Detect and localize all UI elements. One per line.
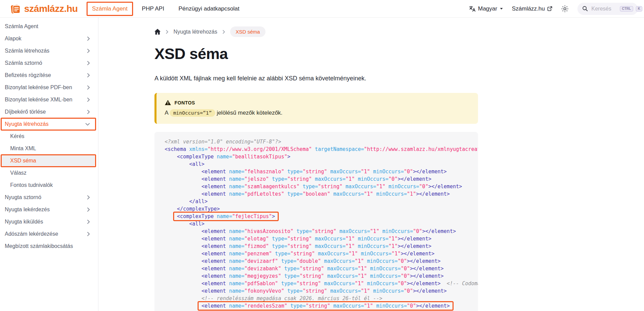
home-icon[interactable] [154, 29, 161, 35]
sidebar-item-szamla-agent[interactable]: Számla Agent [0, 20, 98, 33]
k-key-badge: K [636, 6, 642, 12]
code-block: <?xml version="1.0" encoding="UTF-8"?><s… [154, 132, 478, 311]
sidebar-item-label: Kérés [10, 133, 24, 139]
code-line: <element name="devizabank" type="string"… [165, 265, 478, 272]
code-line: <element name="elotag" type="string" max… [165, 235, 478, 242]
code-line: <element name="pdfLetoltes" type="boolea… [165, 190, 478, 198]
sidebar-item-nyugta-kikuldes[interactable]: Nyugta kiküldés [0, 216, 98, 228]
chevron-right-icon [87, 219, 90, 224]
site-link-label: Számlázz.hu [512, 5, 545, 12]
sidebar-item-nyugta-letrehozas[interactable]: Nyugta létrehozás [0, 118, 98, 130]
top-header: számlázz.hu Számla AgentPHP APIPénzügyi … [0, 0, 644, 18]
sidebar: Számla AgentAlapokSzámla létrehozásSzáml… [0, 18, 98, 311]
code-line: <complexType name="beallitasokTipus"> [165, 153, 478, 160]
search-icon [582, 6, 588, 12]
code-line: <all> [165, 160, 478, 168]
sun-icon [561, 5, 569, 13]
main-content: Nyugta létrehozás XSD séma XSD séma A kü… [98, 18, 644, 311]
sidebar-item-fontos-tudnivalok[interactable]: Fontos tudnivalók [0, 179, 98, 191]
chevron-right-icon [87, 207, 90, 212]
code-line: </complexType> [165, 205, 478, 213]
code-line: <element name="rendelesSzam" type="strin… [165, 302, 478, 310]
callout-suffix: jelölésű mezők kötelezők. [217, 110, 282, 116]
code-line: <element name="felhasznalo" type="string… [165, 168, 478, 175]
theme-toggle[interactable] [561, 5, 569, 13]
sidebar-item-label: Minta XML [10, 145, 36, 152]
chevron-right-icon [87, 61, 90, 65]
code-line: <element name="fizmod" type="string" max… [165, 242, 478, 250]
sidebar-nav: Számla AgentAlapokSzámla létrehozásSzáml… [0, 20, 98, 252]
sidebar-item-label: Nyugta kiküldés [5, 219, 43, 225]
sidebar-item-xsd-sema[interactable]: XSD séma [1, 155, 95, 167]
breadcrumb-separator-icon [166, 30, 168, 34]
sidebar-item-label: Befizetés rögzítése [5, 72, 51, 78]
warning-icon [165, 100, 171, 105]
sidebar-item-szamla-sztorno[interactable]: Számla sztornó [0, 57, 98, 69]
sidebar-item-label: XSD séma [10, 158, 36, 164]
sidebar-item-label: Nyugta lekérdezés [5, 207, 50, 213]
code-line: <element name="devizaarf" type="double" … [165, 257, 478, 265]
code-line: </all> [165, 310, 478, 311]
sidebar-item-megbizott-szamlakibocsatas[interactable]: Megbízott számlakibocsátás [0, 240, 98, 252]
sidebar-item-label: Alapok [5, 36, 21, 42]
sidebar-item-dijbekero-torlese[interactable]: Díjbekérő törlése [0, 106, 98, 118]
chevron-right-icon [87, 232, 90, 236]
search-input[interactable] [591, 5, 617, 12]
sidebar-item-label: Számla Agent [5, 23, 38, 30]
sidebar-item-nyugta-sztorno[interactable]: Nyugta sztornó [0, 191, 98, 203]
sidebar-item-label: Díjbekérő törlése [5, 109, 46, 115]
code-line: <?xml version="1.0" encoding="UTF-8"?> [165, 138, 478, 145]
sidebar-item-label: Adószám lekérdezése [5, 231, 58, 237]
sidebar-item-label: Fontos tudnivalók [10, 182, 53, 188]
warning-callout: FONTOS A minOccurs=”1” jelölésű mezők kö… [154, 93, 478, 124]
external-link-icon [547, 6, 552, 11]
sidebar-item-label: Válasz [10, 170, 26, 176]
code-line: <schema xmlns="http://www.w3.org/2001/XM… [165, 145, 478, 153]
sidebar-item-adoszam-lekerdezese[interactable]: Adószám lekérdezése [0, 228, 98, 240]
nav-item-szamla-agent[interactable]: Számla Agent [87, 2, 133, 16]
code-line: <element name="szamlaagentkulcs" type="s… [165, 183, 478, 190]
sidebar-item-befizetes-rogzitese[interactable]: Befizetés rögzítése [0, 69, 98, 81]
chevron-right-icon [87, 48, 90, 53]
breadcrumb-separator-icon [222, 30, 225, 34]
breadcrumb: Nyugta létrehozás XSD séma [154, 26, 478, 37]
logo-text: számlázz.hu [24, 3, 78, 14]
sidebar-item-bizonylat-lekerese-xml-ben[interactable]: Bizonylat lekérése XML-ben [0, 94, 98, 106]
chevron-right-icon [87, 36, 90, 41]
language-label: Magyar [478, 5, 497, 12]
nav-item-php-api[interactable]: PHP API [136, 2, 170, 16]
nav-item-penzugyi-adatkapcsolat[interactable]: Pénzügyi adatkapcsolat [173, 2, 245, 16]
code-line: <!-- rendelésszám megadása csak 2026. má… [165, 295, 478, 302]
sidebar-item-label: Megbízott számlakibocsátás [5, 243, 73, 249]
code-line: </all> [165, 198, 478, 205]
sidebar-item-valasz[interactable]: Válasz [0, 167, 98, 179]
callout-title: FONTOS [174, 100, 195, 105]
code-line: <all> [165, 220, 478, 228]
code-annotation-box: <complexType name="fejlecTipus"> [177, 213, 275, 219]
page-title: XSD séma [154, 45, 478, 63]
external-site-link[interactable]: Számlázz.hu [512, 5, 552, 12]
logo-book-icon [10, 3, 21, 14]
code-line: <complexType name="fejlecTipus"> [165, 213, 478, 220]
primary-nav: Számla AgentPHP APIPénzügyi adatkapcsola… [87, 2, 245, 16]
sidebar-item-label: Nyugta sztornó [5, 194, 41, 200]
search-box[interactable]: CTRL K [577, 3, 638, 15]
ctrl-key-badge: CTRL [620, 6, 633, 12]
sidebar-item-minta-xml[interactable]: Minta XML [0, 142, 98, 155]
chevron-down-icon [85, 123, 90, 126]
sidebar-item-keres[interactable]: Kérés [0, 130, 98, 142]
code-line: <element name="megjegyzes" type="string"… [165, 272, 478, 280]
sidebar-item-label: Számla sztornó [5, 60, 42, 66]
breadcrumb-current: XSD séma [230, 26, 265, 37]
sidebar-item-szamla-letrehozas[interactable]: Számla létrehozás [0, 45, 98, 57]
code-annotation-box: <element name="rendelesSzam" type="strin… [201, 303, 450, 309]
language-selector[interactable]: Magyar [469, 5, 503, 12]
sidebar-item-nyugta-lekerdezes[interactable]: Nyugta lekérdezés [0, 203, 98, 216]
sidebar-item-label: Bizonylat lekérése PDF-ben [5, 84, 72, 91]
logo[interactable]: számlázz.hu [10, 3, 78, 14]
sidebar-item-alapok[interactable]: Alapok [0, 33, 98, 45]
chevron-right-icon [87, 110, 90, 114]
sidebar-item-bizonylat-lekerese-pdf-ben[interactable]: Bizonylat lekérése PDF-ben [0, 81, 98, 94]
breadcrumb-link-parent[interactable]: Nyugta létrehozás [173, 29, 217, 35]
sidebar-item-label: Számla létrehozás [5, 48, 50, 54]
